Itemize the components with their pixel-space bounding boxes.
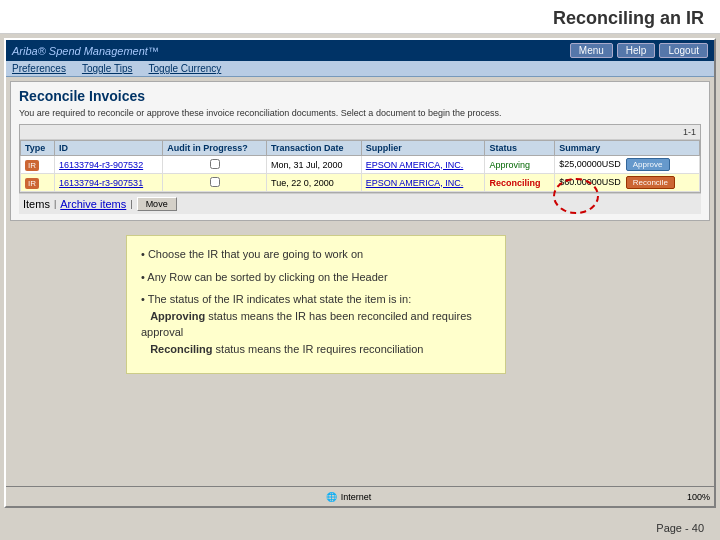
toggle-currency-link[interactable]: Toggle Currency — [149, 63, 222, 74]
invoice-table: Type ID Audit in Progress? Transaction D… — [20, 140, 700, 192]
app-logo: Ariba® Spend Management™ — [12, 45, 159, 57]
nav-buttons: Menu Help Logout — [570, 43, 708, 58]
help-button[interactable]: Help — [617, 43, 656, 58]
row1-date: Mon, 31 Jul, 2000 — [267, 156, 362, 174]
bottom-toolbar: Items | Archive items | Move — [19, 193, 701, 214]
row2-id: 16133794-r3-907531 — [55, 174, 163, 192]
status-bar: 🌐 Internet 100% — [6, 486, 714, 506]
tooltip-bullet2: • Any Row can be sorted by clicking on t… — [141, 269, 491, 286]
row2-audit — [163, 174, 267, 192]
row2-status: Reconciling — [485, 174, 555, 192]
items-label: Items — [23, 198, 50, 210]
zone-label: Internet — [341, 492, 372, 502]
table-header-row: Type ID Audit in Progress? Transaction D… — [21, 141, 700, 156]
table-toolbar: 1-1 — [20, 125, 700, 140]
tooltip-box: • Choose the IR that you are going to wo… — [126, 235, 506, 374]
instruction-text: You are required to reconcile or approve… — [19, 108, 701, 118]
row2-date: Tue, 22 0, 2000 — [267, 174, 362, 192]
row2-amount: $60.00000USD Reconcile — [555, 174, 700, 192]
col-status[interactable]: Status — [485, 141, 555, 156]
row1-audit — [163, 156, 267, 174]
page-number: Page - 40 — [656, 522, 704, 534]
row2-supplier: EPSON AMERICA, INC. — [361, 174, 485, 192]
row1-action-button[interactable]: Approve — [626, 158, 670, 171]
row1-type: IR — [21, 156, 55, 174]
page-content: Reconcile Invoices You are required to r… — [10, 81, 710, 221]
invoice-table-wrapper: 1-1 Type ID Audit in Progress? Transacti… — [19, 124, 701, 193]
globe-icon: 🌐 — [326, 492, 337, 502]
toggle-tips-link[interactable]: Toggle Tips — [82, 63, 133, 74]
row2-action-button[interactable]: Reconcile — [626, 176, 675, 189]
tooltip-bullet3: • The status of the IR indicates what st… — [141, 291, 491, 357]
row1-status: Approving — [485, 156, 555, 174]
row1-audit-checkbox[interactable] — [210, 159, 220, 169]
col-summary[interactable]: Summary — [555, 141, 700, 156]
logout-button[interactable]: Logout — [659, 43, 708, 58]
app-header: Ariba® Spend Management™ Menu Help Logou… — [6, 40, 714, 61]
col-id[interactable]: ID — [55, 141, 163, 156]
col-audit[interactable]: Audit in Progress? — [163, 141, 267, 156]
move-button[interactable]: Move — [137, 197, 177, 211]
col-type[interactable]: Type — [21, 141, 55, 156]
row1-amount: $25,00000USD Approve — [555, 156, 700, 174]
row2-type: IR — [21, 174, 55, 192]
row1-id: 16133794-r3-907532 — [55, 156, 163, 174]
tooltip-bullet1: • Choose the IR that you are going to wo… — [141, 246, 491, 263]
archive-link[interactable]: Archive items — [60, 198, 126, 210]
page-title: Reconcile Invoices — [19, 88, 701, 104]
internet-zone: 🌐 Internet — [326, 492, 372, 502]
app-window: Ariba® Spend Management™ Menu Help Logou… — [4, 38, 716, 508]
table-row: IR 16133794-r3-907531 Tue, 22 0, 2000 EP… — [21, 174, 700, 192]
col-supplier[interactable]: Supplier — [361, 141, 485, 156]
zoom-level: 100% — [687, 492, 710, 502]
table-row: IR 16133794-r3-907532 Mon, 31 Jul, 2000 … — [21, 156, 700, 174]
row1-supplier: EPSON AMERICA, INC. — [361, 156, 485, 174]
row2-audit-checkbox[interactable] — [210, 177, 220, 187]
preferences-link[interactable]: Preferences — [12, 63, 66, 74]
col-date[interactable]: Transaction Date — [267, 141, 362, 156]
sub-nav: Preferences Toggle Tips Toggle Currency — [6, 61, 714, 77]
slide-title: Reconciling an IR — [0, 0, 720, 34]
table-nav: 1-1 — [683, 127, 696, 137]
menu-button[interactable]: Menu — [570, 43, 613, 58]
